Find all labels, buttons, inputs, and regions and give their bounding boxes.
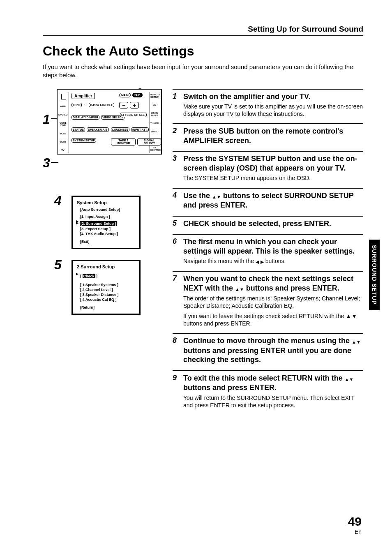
osd4-title: System Setup xyxy=(77,200,135,205)
osd5-item-4: [ 4.Acoustic Cal EQ ] xyxy=(80,297,135,302)
step-5-title: CHECK should be selected, press ENTER. xyxy=(183,219,331,229)
label-vcr2: VCR2 xyxy=(58,132,67,135)
right-arrow-icon xyxy=(261,258,264,265)
step-8-title: Continue to move through the menus using… xyxy=(183,336,363,365)
left-column: 1 2 3 AMP DVD/LD VCR1 /DVR VCR2 VCR3 TV xyxy=(43,89,162,415)
step-9-body: You will return to the SURROUND SETUP me… xyxy=(183,394,363,409)
step-3-number: 3 xyxy=(173,154,179,163)
step-5: 5 CHECK should be selected, press ENTER. xyxy=(173,216,363,229)
step-7-title: When you want to check the next settings… xyxy=(183,274,363,293)
label-vcr3: VCR3 xyxy=(58,141,67,143)
callout-4: 4 xyxy=(54,193,62,208)
osd5-return: [Return] xyxy=(80,305,135,309)
page-language: En xyxy=(348,529,362,535)
left-arrow-icon xyxy=(256,258,259,265)
label-vcr1: VCR1 /DVR xyxy=(58,122,67,127)
step-6: 6 The first menu in which you can check … xyxy=(173,234,363,265)
step-6-number: 6 xyxy=(173,237,179,246)
osd-surround-setup: 2.Surround Setup ▶ [ Check ] [ 1.Speaker… xyxy=(71,260,141,315)
step-4-title: Use the buttons to select SURROUND SETUP… xyxy=(183,191,363,210)
osd4-item-2-selected: [2. Surround Setup ] xyxy=(80,221,117,226)
up-arrow-icon xyxy=(235,284,240,293)
remote-main-button[interactable]: MAIN xyxy=(119,93,131,97)
remote-sub-button[interactable]: SUB xyxy=(132,93,143,97)
remote-bass-button[interactable]: BASS/ ATREBLE xyxy=(89,103,114,107)
remote-effect-button[interactable]: EFFECT/ CH SEL. xyxy=(120,113,147,117)
step-6-body: Navigate this menu with the buttons. xyxy=(183,257,363,265)
step-9: 9 To exit the this mode select RETURN wi… xyxy=(173,370,363,409)
down-arrow-icon xyxy=(349,374,354,383)
step-2-number: 2 xyxy=(173,127,179,135)
side-tab-label: SURROUND SETUP xyxy=(371,245,378,305)
up-arrow-icon xyxy=(352,337,356,346)
label-tvcontrol: TV CONTROL xyxy=(150,146,159,151)
label-cd: CD xyxy=(150,104,159,106)
remote-speaker-button[interactable]: SPEAKER A/B xyxy=(87,127,109,132)
osd5-title: 2.Surround Setup xyxy=(77,264,135,269)
side-tab: SURROUND SETUP xyxy=(369,240,380,310)
osd4-item-3: [3. Expert Setup ] xyxy=(80,226,135,231)
step-7-body-1: The order of the settings menus is: Spea… xyxy=(183,295,363,309)
section-header: Setting Up for Surround Sound xyxy=(43,25,363,36)
remote-status-button[interactable]: STATUS xyxy=(71,127,85,132)
osd-system-setup: System Setup [Auto Surround Setup] [1. I… xyxy=(71,196,141,249)
remote-amplifier-label: Amplifier xyxy=(71,93,95,99)
step-9-number: 9 xyxy=(173,374,179,382)
label-tv: TV xyxy=(58,149,67,151)
callout-5: 5 xyxy=(54,257,62,272)
down-arrow-icon xyxy=(356,337,361,346)
step-8-number: 8 xyxy=(173,336,179,345)
label-remote-setup: REMOTE SETUP xyxy=(150,93,159,98)
label-cdr: CD-R/ TAPE1 xyxy=(150,112,159,117)
osd5-item-2: [ 2.Channel Level ] xyxy=(80,287,135,292)
down-arrow-icon xyxy=(240,284,244,293)
step-9-title: To exit the this mode select RETURN with… xyxy=(183,374,363,392)
step-1: 1 Switch on the amplifier and your TV. M… xyxy=(173,89,363,118)
remote-diagram: AMP DVD/LD VCR1 /DVR VCR2 VCR3 TV REMOTE… xyxy=(57,89,162,155)
remote-display-button[interactable]: DISPLAY/ DIMMER xyxy=(71,115,99,120)
callout-3: 3 xyxy=(43,155,50,171)
step-1-body: Make sure your TV is set to this amplifi… xyxy=(183,103,363,118)
callout-1: 1 xyxy=(43,112,50,127)
osd4-subtitle: [Auto Surround Setup] xyxy=(80,208,135,212)
osd4-item-4: [4. THX Audio Setup ] xyxy=(80,231,135,236)
step-7-number: 7 xyxy=(173,274,179,283)
step-6-title: The first menu in which you can check yo… xyxy=(183,237,363,256)
remote-input-button[interactable]: INPUT ATT. xyxy=(131,127,149,132)
step-3-title: Press the SYSTEM SETUP button and use th… xyxy=(183,154,363,173)
osd5-item-3: [ 3.Speaker Distance ] xyxy=(80,292,135,297)
page-footer: 49 En xyxy=(348,515,362,535)
step-5-number: 5 xyxy=(173,219,179,228)
osd5-item-1: [ 1.Speaker Systems ] xyxy=(80,282,135,287)
intro-paragraph: If you want to check what settings have … xyxy=(43,63,363,80)
step-2-title: Press the SUB button on the remote contr… xyxy=(183,127,363,145)
step-3: 3 Press the SYSTEM SETUP button and use … xyxy=(173,151,363,182)
remote-loudness-button[interactable]: LOUDNESS xyxy=(111,127,129,132)
remote-tone-button[interactable]: TONE xyxy=(71,103,82,107)
label-amp: AMP xyxy=(58,105,67,108)
remote-minus-button[interactable]: − xyxy=(119,102,128,108)
up-arrow-icon xyxy=(345,374,349,383)
step-3-body: The SYSTEM SETUP menu appears on the OSD… xyxy=(183,174,363,182)
label-tuner: TUNER xyxy=(150,122,159,125)
step-7: 7 When you want to check the next settin… xyxy=(173,271,363,327)
down-arrow-icon xyxy=(217,192,221,201)
right-column: 1 Switch on the amplifier and your TV. M… xyxy=(173,89,363,415)
osd4-exit: [Exit] xyxy=(80,240,135,244)
amp-icon xyxy=(61,94,66,99)
step-4-number: 4 xyxy=(173,191,179,200)
osd4-item-1: [1. Input Assign ] xyxy=(80,214,135,219)
step-2: 2 Press the SUB button on the remote con… xyxy=(173,123,363,145)
step-8: 8 Continue to move through the menus usi… xyxy=(173,333,363,365)
up-arrow-icon xyxy=(212,192,217,201)
remote-tape2-button[interactable]: TAPE 2 MONITOR xyxy=(111,138,136,146)
label-dvdld: DVD/LD xyxy=(58,113,67,116)
step-4: 4 Use the buttons to select SURROUND SET… xyxy=(173,188,363,210)
remote-system-setup-button[interactable]: SYSTEM SETUP xyxy=(71,138,96,143)
remote-signal-button[interactable]: SIGNAL SELECT xyxy=(137,138,161,146)
step-1-number: 1 xyxy=(173,92,179,101)
step-7-body-2: If you want to leave the settings check … xyxy=(183,312,363,327)
page-title: Check the Auto Settings xyxy=(43,44,363,59)
step-1-title: Switch on the amplifier and your TV. xyxy=(183,92,310,102)
remote-plus-button[interactable]: + xyxy=(130,102,139,108)
